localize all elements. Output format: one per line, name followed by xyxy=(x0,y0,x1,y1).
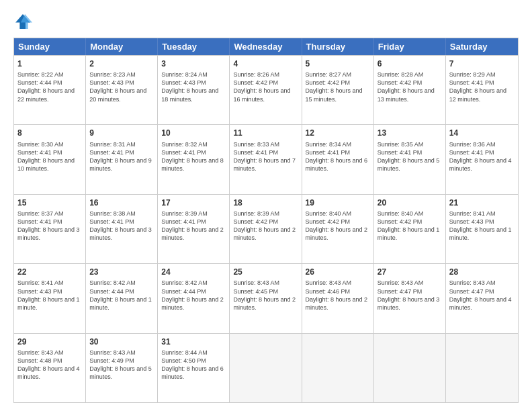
cell-text: Sunrise: 8:42 AM Sunset: 4:44 PM Dayligh… xyxy=(161,279,226,312)
calendar-header: SundayMondayTuesdayWednesdayThursdayFrid… xyxy=(14,38,518,55)
cal-header-day: Sunday xyxy=(14,38,86,55)
day-number: 6 xyxy=(378,58,442,69)
cal-cell: 18Sunrise: 8:39 AM Sunset: 4:42 PM Dayli… xyxy=(230,195,302,263)
day-number: 9 xyxy=(89,128,154,138)
cal-cell: 14Sunrise: 8:36 AM Sunset: 4:41 PM Dayli… xyxy=(446,125,518,193)
day-number: 23 xyxy=(89,267,154,277)
cell-text: Sunrise: 8:32 AM Sunset: 4:41 PM Dayligh… xyxy=(161,140,226,173)
day-number: 19 xyxy=(306,197,370,208)
cal-cell: 21Sunrise: 8:41 AM Sunset: 4:43 PM Dayli… xyxy=(446,195,518,263)
day-number: 13 xyxy=(378,128,442,138)
cal-cell: 28Sunrise: 8:43 AM Sunset: 4:47 PM Dayli… xyxy=(446,264,518,332)
cell-text: Sunrise: 8:41 AM Sunset: 4:43 PM Dayligh… xyxy=(449,210,515,242)
cal-header-day: Wednesday xyxy=(230,38,302,55)
cal-cell xyxy=(302,334,374,402)
cal-cell: 6Sunrise: 8:28 AM Sunset: 4:42 PM Daylig… xyxy=(374,56,446,124)
day-number: 15 xyxy=(17,197,82,208)
cell-text: Sunrise: 8:34 AM Sunset: 4:41 PM Dayligh… xyxy=(306,140,370,173)
cal-cell: 29Sunrise: 8:43 AM Sunset: 4:48 PM Dayli… xyxy=(14,334,86,402)
day-number: 29 xyxy=(17,336,82,347)
cell-text: Sunrise: 8:40 AM Sunset: 4:42 PM Dayligh… xyxy=(306,210,370,242)
cell-text: Sunrise: 8:43 AM Sunset: 4:48 PM Dayligh… xyxy=(17,349,82,381)
cal-cell: 24Sunrise: 8:42 AM Sunset: 4:44 PM Dayli… xyxy=(158,264,230,332)
cell-text: Sunrise: 8:31 AM Sunset: 4:41 PM Dayligh… xyxy=(89,140,154,173)
cell-text: Sunrise: 8:35 AM Sunset: 4:41 PM Dayligh… xyxy=(378,140,442,173)
cal-cell: 27Sunrise: 8:43 AM Sunset: 4:47 PM Dayli… xyxy=(374,264,446,332)
day-number: 10 xyxy=(161,128,226,138)
cal-cell: 16Sunrise: 8:38 AM Sunset: 4:41 PM Dayli… xyxy=(86,195,158,263)
cal-cell: 13Sunrise: 8:35 AM Sunset: 4:41 PM Dayli… xyxy=(374,125,446,193)
cal-cell: 9Sunrise: 8:31 AM Sunset: 4:41 PM Daylig… xyxy=(86,125,158,193)
cal-cell xyxy=(446,334,518,402)
cal-row: 29Sunrise: 8:43 AM Sunset: 4:48 PM Dayli… xyxy=(14,333,518,402)
day-number: 16 xyxy=(89,197,154,208)
cell-text: Sunrise: 8:43 AM Sunset: 4:47 PM Dayligh… xyxy=(449,279,515,312)
logo-icon xyxy=(13,12,32,31)
cal-cell: 4Sunrise: 8:26 AM Sunset: 4:42 PM Daylig… xyxy=(230,56,302,124)
day-number: 18 xyxy=(233,197,298,208)
cell-text: Sunrise: 8:42 AM Sunset: 4:44 PM Dayligh… xyxy=(89,279,154,312)
cal-cell: 26Sunrise: 8:43 AM Sunset: 4:46 PM Dayli… xyxy=(302,264,374,332)
day-number: 30 xyxy=(89,336,154,347)
cal-cell: 30Sunrise: 8:43 AM Sunset: 4:49 PM Dayli… xyxy=(86,334,158,402)
cell-text: Sunrise: 8:38 AM Sunset: 4:41 PM Dayligh… xyxy=(89,210,154,242)
cal-cell: 7Sunrise: 8:29 AM Sunset: 4:41 PM Daylig… xyxy=(446,56,518,124)
calendar-body: 1Sunrise: 8:22 AM Sunset: 4:44 PM Daylig… xyxy=(14,55,518,402)
cell-text: Sunrise: 8:43 AM Sunset: 4:45 PM Dayligh… xyxy=(233,279,298,312)
day-number: 1 xyxy=(17,58,82,69)
cal-cell: 1Sunrise: 8:22 AM Sunset: 4:44 PM Daylig… xyxy=(14,56,86,124)
cell-text: Sunrise: 8:23 AM Sunset: 4:43 PM Dayligh… xyxy=(89,71,154,103)
cal-row: 15Sunrise: 8:37 AM Sunset: 4:41 PM Dayli… xyxy=(14,194,518,263)
cell-text: Sunrise: 8:36 AM Sunset: 4:41 PM Dayligh… xyxy=(449,140,515,173)
logo xyxy=(13,12,35,31)
cell-text: Sunrise: 8:43 AM Sunset: 4:49 PM Dayligh… xyxy=(89,349,154,381)
cell-text: Sunrise: 8:43 AM Sunset: 4:47 PM Dayligh… xyxy=(378,279,442,312)
cell-text: Sunrise: 8:28 AM Sunset: 4:42 PM Dayligh… xyxy=(378,71,442,103)
day-number: 8 xyxy=(17,128,82,138)
day-number: 5 xyxy=(306,58,370,69)
day-number: 31 xyxy=(161,336,226,347)
day-number: 2 xyxy=(89,58,154,69)
day-number: 14 xyxy=(449,128,515,138)
day-number: 7 xyxy=(449,58,515,69)
cal-row: 8Sunrise: 8:30 AM Sunset: 4:41 PM Daylig… xyxy=(14,124,518,193)
cal-cell: 10Sunrise: 8:32 AM Sunset: 4:41 PM Dayli… xyxy=(158,125,230,193)
cal-cell: 31Sunrise: 8:44 AM Sunset: 4:50 PM Dayli… xyxy=(158,334,230,402)
cal-header-day: Saturday xyxy=(446,38,518,55)
cal-cell: 3Sunrise: 8:24 AM Sunset: 4:43 PM Daylig… xyxy=(158,56,230,124)
day-number: 26 xyxy=(306,267,370,277)
day-number: 25 xyxy=(233,267,298,277)
cell-text: Sunrise: 8:43 AM Sunset: 4:46 PM Dayligh… xyxy=(306,279,370,312)
cell-text: Sunrise: 8:33 AM Sunset: 4:41 PM Dayligh… xyxy=(233,140,298,173)
cell-text: Sunrise: 8:41 AM Sunset: 4:43 PM Dayligh… xyxy=(17,279,82,312)
cell-text: Sunrise: 8:39 AM Sunset: 4:42 PM Dayligh… xyxy=(233,210,298,242)
day-number: 22 xyxy=(17,267,82,277)
cell-text: Sunrise: 8:44 AM Sunset: 4:50 PM Dayligh… xyxy=(161,349,226,381)
cell-text: Sunrise: 8:29 AM Sunset: 4:41 PM Dayligh… xyxy=(449,71,515,103)
cell-text: Sunrise: 8:30 AM Sunset: 4:41 PM Dayligh… xyxy=(17,140,82,173)
cal-header-day: Tuesday xyxy=(158,38,230,55)
cell-text: Sunrise: 8:22 AM Sunset: 4:44 PM Dayligh… xyxy=(17,71,82,103)
cal-cell: 19Sunrise: 8:40 AM Sunset: 4:42 PM Dayli… xyxy=(302,195,374,263)
day-number: 17 xyxy=(161,197,226,208)
day-number: 12 xyxy=(306,128,370,138)
day-number: 4 xyxy=(233,58,298,69)
cal-cell: 11Sunrise: 8:33 AM Sunset: 4:41 PM Dayli… xyxy=(230,125,302,193)
cal-cell xyxy=(230,334,302,402)
day-number: 28 xyxy=(449,267,515,277)
cal-cell: 23Sunrise: 8:42 AM Sunset: 4:44 PM Dayli… xyxy=(86,264,158,332)
cal-cell: 8Sunrise: 8:30 AM Sunset: 4:41 PM Daylig… xyxy=(14,125,86,193)
day-number: 24 xyxy=(161,267,226,277)
day-number: 21 xyxy=(449,197,515,208)
header xyxy=(13,12,519,31)
cal-cell: 20Sunrise: 8:40 AM Sunset: 4:42 PM Dayli… xyxy=(374,195,446,263)
day-number: 3 xyxy=(161,58,226,69)
cal-header-day: Thursday xyxy=(302,38,374,55)
cal-cell: 15Sunrise: 8:37 AM Sunset: 4:41 PM Dayli… xyxy=(14,195,86,263)
cell-text: Sunrise: 8:24 AM Sunset: 4:43 PM Dayligh… xyxy=(161,71,226,103)
cal-row: 1Sunrise: 8:22 AM Sunset: 4:44 PM Daylig… xyxy=(14,55,518,124)
day-number: 27 xyxy=(378,267,442,277)
cal-cell: 2Sunrise: 8:23 AM Sunset: 4:43 PM Daylig… xyxy=(86,56,158,124)
cell-text: Sunrise: 8:27 AM Sunset: 4:42 PM Dayligh… xyxy=(306,71,370,103)
cell-text: Sunrise: 8:40 AM Sunset: 4:42 PM Dayligh… xyxy=(378,210,442,242)
